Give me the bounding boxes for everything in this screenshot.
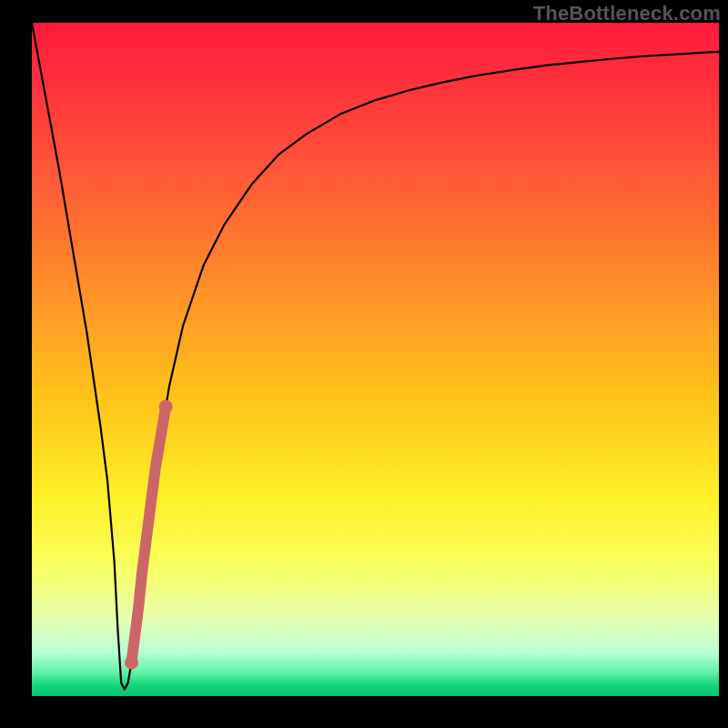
attribution-text: TheBottleneck.com — [533, 2, 721, 25]
highlight-bottom-dot — [125, 656, 138, 670]
bottleneck-curve-chart — [0, 0, 728, 728]
chart-container: TheBottleneck.com — [0, 0, 728, 728]
highlight-top-dot — [159, 399, 173, 413]
